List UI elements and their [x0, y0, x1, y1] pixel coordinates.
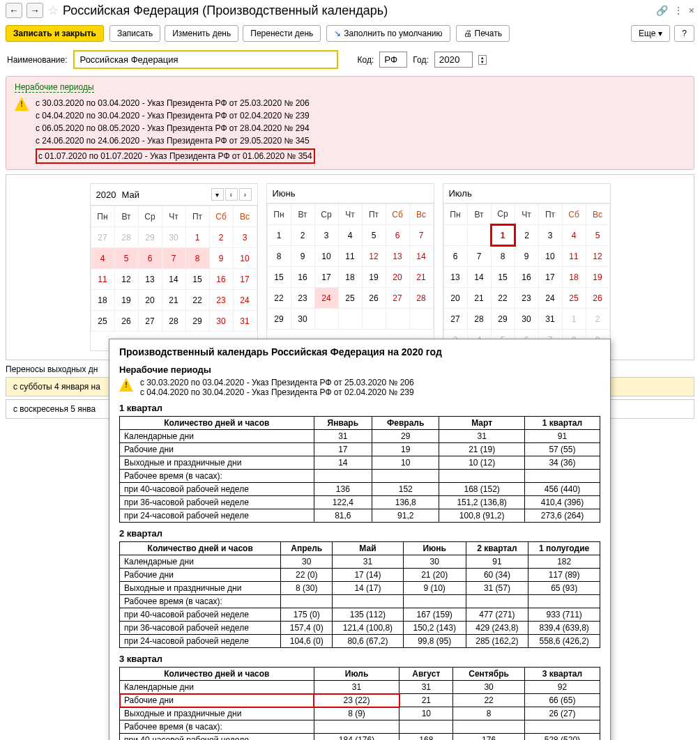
calendar-day[interactable]: 14 — [409, 246, 433, 267]
calendar-day[interactable]: 5 — [114, 248, 138, 269]
calendar-day[interactable]: 28 — [114, 227, 138, 248]
calendar-day[interactable]: 21 — [162, 290, 185, 311]
help-button[interactable]: ? — [674, 25, 694, 42]
calendar-day[interactable]: 29 — [267, 309, 291, 330]
calendar-day[interactable]: 23 — [515, 288, 538, 309]
calendar-day[interactable]: 29 — [491, 309, 515, 330]
calendar-day[interactable]: 19 — [114, 290, 138, 311]
calendar-day[interactable]: 22 — [267, 288, 291, 309]
calendar-day[interactable]: 17 — [233, 269, 257, 290]
calendar-day[interactable]: 2 — [515, 225, 538, 246]
calendar-day[interactable]: 24 — [314, 288, 338, 309]
calendar-day[interactable]: 20 — [443, 288, 467, 309]
calendar-day[interactable]: 2 — [586, 309, 609, 330]
calendar-day[interactable]: 13 — [138, 269, 162, 290]
nonwork-title[interactable]: Нерабочие периоды — [15, 82, 94, 93]
menu-icon[interactable]: ⋮ — [674, 5, 683, 16]
calendar-day[interactable]: 8 — [267, 246, 291, 267]
calendar-day[interactable]: 18 — [562, 267, 586, 288]
forward-button[interactable]: → — [26, 3, 43, 18]
calendar-day[interactable]: 15 — [491, 267, 515, 288]
calendar-day[interactable]: 19 — [586, 267, 609, 288]
calendar-day[interactable]: 7 — [162, 248, 185, 269]
print-button[interactable]: 🖨Печать — [456, 25, 510, 42]
calendar-day[interactable]: 15 — [267, 267, 291, 288]
calendar-day[interactable]: 16 — [515, 267, 538, 288]
favorite-icon[interactable]: ☆ — [47, 3, 59, 18]
calendar-day[interactable]: 26 — [586, 288, 609, 309]
save-close-button[interactable]: Записать и закрыть — [6, 25, 104, 42]
calendar-day[interactable]: 25 — [562, 288, 586, 309]
calendar-day[interactable]: 5 — [362, 225, 386, 246]
calendar-day[interactable]: 8 — [491, 246, 515, 267]
calendar-day[interactable]: 28 — [162, 311, 185, 332]
calendar-day[interactable]: 3 — [538, 225, 562, 246]
calendar-day[interactable]: 27 — [138, 311, 162, 332]
calendar-day[interactable]: 9 — [515, 246, 538, 267]
calendar-day[interactable]: 27 — [443, 309, 467, 330]
calendar-day[interactable]: 18 — [338, 267, 362, 288]
calendar-day[interactable]: 7 — [409, 225, 433, 246]
calendar-day[interactable]: 26 — [362, 288, 386, 309]
calendar-day[interactable]: 9 — [209, 248, 233, 269]
calendar-day[interactable]: 2 — [209, 227, 233, 248]
calendar-day[interactable]: 29 — [185, 311, 209, 332]
calendar-day[interactable] — [314, 309, 338, 330]
calendar-day[interactable] — [362, 309, 386, 330]
calendar-day[interactable]: 16 — [209, 269, 233, 290]
calendar-day[interactable]: 20 — [138, 290, 162, 311]
code-input[interactable] — [379, 52, 407, 68]
calendar-day[interactable]: 5 — [586, 225, 609, 246]
cal-next[interactable]: › — [239, 188, 252, 201]
calendar-day[interactable]: 16 — [291, 267, 314, 288]
calendar-day[interactable]: 28 — [409, 288, 433, 309]
calendar-day[interactable]: 12 — [114, 269, 138, 290]
calendar-day[interactable]: 21 — [409, 267, 433, 288]
calendar-day[interactable]: 31 — [233, 311, 257, 332]
calendar-day[interactable] — [467, 225, 491, 246]
calendar-day[interactable]: 2 — [291, 225, 314, 246]
calendar-day[interactable]: 7 — [467, 246, 491, 267]
calendar-day[interactable]: 11 — [91, 269, 114, 290]
fill-default-button[interactable]: ↘Заполнить по умолчанию — [326, 25, 450, 42]
calendar-day[interactable]: 10 — [538, 246, 562, 267]
cal-month-dropdown[interactable]: ▾ — [211, 188, 224, 201]
calendar-day[interactable]: 23 — [209, 290, 233, 311]
calendar-day[interactable]: 12 — [586, 246, 609, 267]
calendar-day[interactable]: 14 — [467, 267, 491, 288]
calendar-day[interactable]: 3 — [233, 227, 257, 248]
calendar-day[interactable]: 27 — [91, 227, 114, 248]
calendar-day[interactable]: 3 — [314, 225, 338, 246]
cal-prev[interactable]: ‹ — [225, 188, 238, 201]
calendar-day[interactable]: 24 — [538, 288, 562, 309]
calendar-day[interactable]: 30 — [209, 311, 233, 332]
calendar-day[interactable]: 19 — [362, 267, 386, 288]
calendar-day[interactable]: 6 — [386, 225, 409, 246]
calendar-day[interactable]: 30 — [162, 227, 185, 248]
calendar-day[interactable]: 11 — [338, 246, 362, 267]
calendar-day[interactable]: 1 — [267, 225, 291, 246]
year-spinner[interactable]: ▲▼ — [478, 55, 487, 65]
name-input[interactable] — [73, 50, 338, 69]
calendar-day[interactable]: 1 — [562, 309, 586, 330]
calendar-day[interactable]: 28 — [467, 309, 491, 330]
calendar-day[interactable]: 25 — [338, 288, 362, 309]
calendar-day[interactable]: 30 — [291, 309, 314, 330]
calendar-day[interactable]: 17 — [538, 267, 562, 288]
calendar-day[interactable]: 10 — [233, 248, 257, 269]
calendar-day[interactable]: 13 — [386, 246, 409, 267]
calendar-day[interactable]: 22 — [491, 288, 515, 309]
calendar-day[interactable]: 11 — [562, 246, 586, 267]
year-input[interactable] — [434, 52, 473, 68]
calendar-day[interactable]: 23 — [291, 288, 314, 309]
calendar-day[interactable] — [409, 309, 433, 330]
calendar-day[interactable]: 22 — [185, 290, 209, 311]
save-button[interactable]: Записать — [109, 25, 160, 42]
back-button[interactable]: ← — [6, 3, 22, 18]
calendar-day[interactable]: 10 — [314, 246, 338, 267]
calendar-day[interactable]: 25 — [91, 311, 114, 332]
link-icon[interactable]: 🔗 — [656, 5, 668, 16]
more-button[interactable]: Еще ▾ — [631, 25, 670, 42]
calendar-day[interactable]: 1 — [491, 225, 515, 246]
calendar-day[interactable]: 15 — [185, 269, 209, 290]
